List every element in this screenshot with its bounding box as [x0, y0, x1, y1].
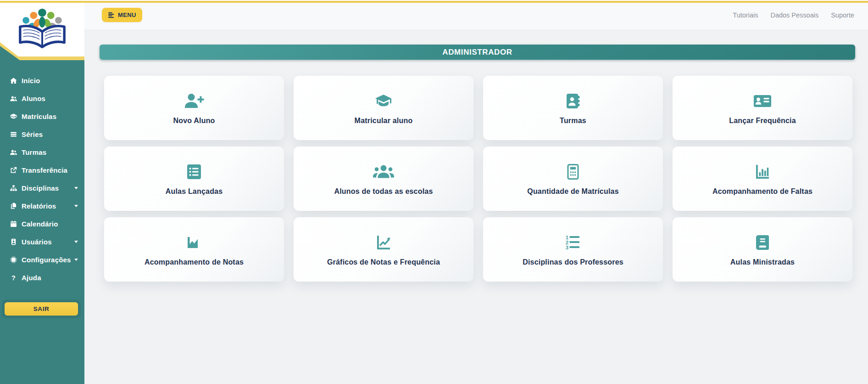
microchip-icon [9, 255, 17, 264]
chart-area-icon [185, 233, 203, 252]
sidebar-item-alunos[interactable]: Alunos [0, 93, 84, 104]
sidebar-item-label: Disciplinas [22, 184, 59, 192]
card-label: Turmas [560, 117, 586, 125]
role-banner: ADMINISTRADOR [100, 45, 855, 60]
calculator-icon [564, 162, 582, 181]
logout-button[interactable]: SAIR [5, 302, 78, 316]
sidebar-item-label: Matrículas [22, 113, 56, 120]
topbar: MENU Tutoriais Dados Pessoais Suporte [84, 0, 868, 30]
book-icon [753, 233, 772, 252]
id-badge-icon [9, 237, 17, 246]
topbar-link-suporte[interactable]: Suporte [831, 11, 854, 19]
card-label: Aulas Ministradas [730, 258, 795, 266]
sidebar-item-label: Ajuda [22, 274, 41, 282]
home-icon [9, 76, 17, 85]
school-logo [15, 6, 69, 52]
menu-button[interactable]: MENU [102, 8, 142, 22]
sidebar-item-label: Turmas [22, 148, 46, 156]
sidebar-item-relatorios[interactable]: Relatórios [0, 200, 84, 211]
card-label: Lançar Frequência [729, 117, 796, 125]
users-group-icon [373, 162, 395, 181]
chart-bar-icon [753, 162, 772, 181]
cards-grid: Novo Aluno Matricular aluno Turmas Lança… [104, 76, 852, 282]
menu-button-label: MENU [118, 11, 136, 18]
card-acompanhamento-de-faltas[interactable]: Acompanhamento de Faltas [673, 147, 852, 211]
topbar-links: Tutoriais Dados Pessoais Suporte [733, 11, 854, 19]
sidebar-item-transferencia[interactable]: Transferência [0, 164, 84, 175]
sidebar-item-label: Alunos [22, 95, 45, 102]
sidebar: Início Alunos Matrículas Séries Turmas T… [0, 0, 84, 384]
sidebar-item-calendario[interactable]: Calendário [0, 218, 84, 229]
card-lancar-frequencia[interactable]: Lançar Frequência [673, 76, 852, 140]
graduation-cap-icon [374, 91, 393, 111]
address-card-icon [752, 91, 773, 111]
logout-panel: SAIR [2, 299, 81, 318]
list-ol-icon: 123 [564, 233, 582, 252]
sidebar-item-label: Configurações [22, 256, 71, 264]
card-matricular-aluno[interactable]: Matricular aluno [294, 76, 473, 140]
card-label: Acompanhamento de Faltas [712, 187, 812, 196]
sidebar-item-turmas[interactable]: Turmas [0, 147, 84, 158]
page-title: ADMINISTRADOR [442, 48, 512, 57]
card-label: Disciplinas dos Professores [523, 258, 623, 266]
users-icon [9, 148, 17, 156]
chevron-down-icon [74, 241, 78, 243]
graduation-cap-icon [9, 112, 17, 120]
svg-text:3: 3 [566, 244, 568, 250]
card-acompanhamento-de-notas[interactable]: Acompanhamento de Notas [104, 217, 284, 282]
sidebar-item-disciplinas[interactable]: Disciplinas [0, 182, 84, 193]
sidebar-item-ajuda[interactable]: ? Ajuda [0, 272, 84, 283]
chevron-down-icon [74, 259, 78, 261]
sidebar-item-usuarios[interactable]: Usuários [0, 236, 84, 247]
chart-line-icon [374, 233, 393, 252]
sidebar-item-matriculas[interactable]: Matrículas [0, 111, 84, 122]
sidebar-item-label: Séries [22, 130, 43, 138]
sitemap-icon [9, 184, 17, 192]
sidebar-nav: Início Alunos Matrículas Séries Turmas T… [0, 75, 84, 283]
card-turmas[interactable]: Turmas [483, 76, 663, 140]
card-graficos-de-notas-e-frequencia[interactable]: Gráficos de Notas e Frequência [294, 217, 473, 282]
address-book-icon [564, 91, 582, 111]
svg-text:?: ? [11, 274, 16, 281]
card-aulas-lancadas[interactable]: Aulas Lançadas [104, 147, 284, 211]
topbar-link-tutoriais[interactable]: Tutoriais [733, 11, 758, 19]
top-yellow-accent [0, 1, 868, 3]
card-quantidade-de-matriculas[interactable]: Quantidade de Matrículas [483, 147, 663, 211]
user-plus-icon [183, 91, 205, 111]
sidebar-item-inicio[interactable]: Início [0, 75, 84, 86]
logo-area [0, 3, 84, 63]
main-area: MENU Tutoriais Dados Pessoais Suporte AD… [84, 0, 868, 384]
sidebar-item-label: Calendário [22, 220, 58, 228]
card-label: Acompanhamento de Notas [145, 258, 244, 266]
copy-icon [9, 202, 17, 210]
card-novo-aluno[interactable]: Novo Aluno [104, 76, 284, 140]
sidebar-item-label: Usuários [22, 238, 52, 246]
share-square-icon [9, 166, 17, 174]
sidebar-item-label: Transferência [22, 166, 67, 174]
users-icon [9, 94, 17, 102]
sidebar-item-label: Início [22, 77, 40, 85]
align-left-icon [108, 12, 115, 18]
card-aulas-ministradas[interactable]: Aulas Ministradas [673, 217, 852, 282]
sidebar-item-series[interactable]: Séries [0, 129, 84, 140]
card-label: Gráficos de Notas e Frequência [327, 258, 440, 266]
card-label: Novo Aluno [173, 117, 215, 125]
question-icon: ? [9, 273, 17, 282]
sidebar-item-label: Relatórios [22, 202, 56, 210]
page: Início Alunos Matrículas Séries Turmas T… [0, 0, 868, 384]
card-label: Quantidade de Matrículas [527, 187, 619, 196]
chevron-down-icon [74, 205, 78, 207]
calendar-icon [9, 220, 17, 228]
card-label: Alunos de todas as escolas [334, 187, 433, 196]
card-alunos-de-todas-as-escolas[interactable]: Alunos de todas as escolas [294, 147, 473, 211]
list-icon [9, 130, 17, 138]
sidebar-item-configuracoes[interactable]: Configurações [0, 254, 84, 265]
card-disciplinas-dos-professores[interactable]: 123 Disciplinas dos Professores [483, 217, 663, 282]
card-label: Aulas Lançadas [166, 187, 223, 196]
chevron-down-icon [74, 187, 78, 189]
list-alt-icon [185, 162, 203, 181]
card-label: Matricular aluno [355, 117, 413, 125]
topbar-link-dados-pessoais[interactable]: Dados Pessoais [770, 11, 818, 19]
